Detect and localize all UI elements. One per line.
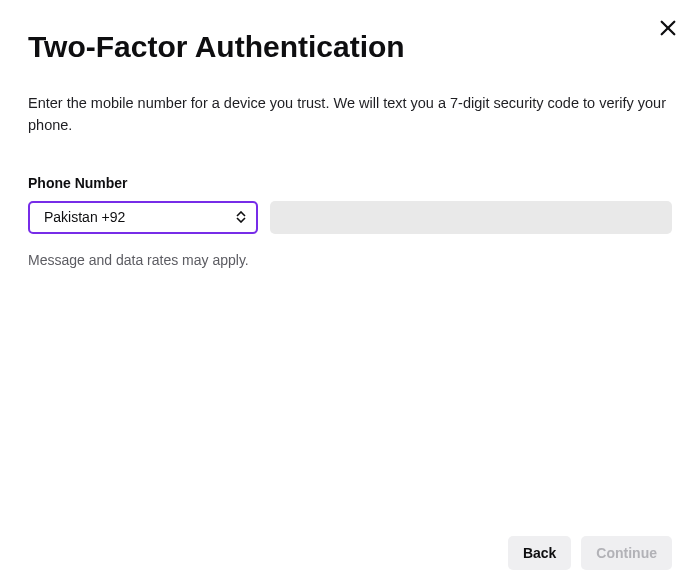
footer-actions: Back Continue — [508, 536, 672, 570]
helper-text: Message and data rates may apply. — [28, 252, 672, 268]
phone-number-input[interactable] — [270, 201, 672, 234]
description-text: Enter the mobile number for a device you… — [28, 92, 672, 137]
country-selected-value: Pakistan +92 — [44, 209, 125, 225]
close-button[interactable] — [658, 20, 678, 40]
back-button[interactable]: Back — [508, 536, 571, 570]
phone-number-label: Phone Number — [28, 175, 672, 191]
close-icon — [659, 19, 677, 41]
country-code-select[interactable]: Pakistan +92 — [28, 201, 258, 234]
chevron-up-down-icon — [236, 211, 246, 223]
continue-button[interactable]: Continue — [581, 536, 672, 570]
phone-field-row: Pakistan +92 — [28, 201, 672, 234]
page-title: Two-Factor Authentication — [28, 30, 672, 64]
